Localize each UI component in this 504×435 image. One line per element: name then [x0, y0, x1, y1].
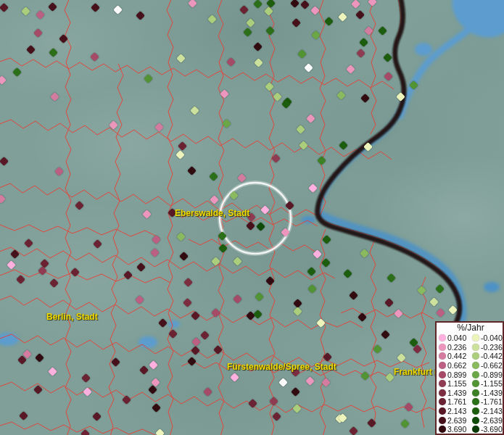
legend-row: 0.236-0.236 [439, 343, 503, 352]
legend-dot-negative [472, 352, 479, 360]
legend-value-negative: -1.155 [481, 379, 503, 388]
legend-value-negative: -1.439 [481, 389, 503, 397]
legend-dot-positive [439, 362, 446, 369]
legend-value-positive: 0.899 [447, 370, 470, 379]
legend-dot-positive [439, 398, 446, 405]
legend-value-negative: -0.442 [481, 352, 503, 360]
legend-dot-negative [472, 389, 479, 397]
city-labels-layer: Eberswalde, StadtBerlin, StadtFürstenwal… [0, 0, 504, 435]
legend-row: 2.639-2.639 [439, 415, 503, 425]
legend-row: 1.761-1.761 [439, 397, 503, 407]
legend-dot-positive [439, 389, 446, 397]
legend-title: %/Jahr [439, 323, 503, 333]
city-label-eberswalde: Eberswalde, Stadt [175, 208, 249, 218]
legend-dot-negative [472, 380, 479, 387]
legend-dot-positive [439, 407, 446, 415]
legend-value-positive: 0.040 [447, 334, 470, 342]
city-label-berlin: Berlin, Stadt [46, 312, 98, 322]
legend-dot-positive [439, 417, 446, 424]
legend-value-positive: 2.639 [447, 416, 470, 425]
legend-dot-negative [472, 398, 479, 405]
legend-value-positive: 0.236 [447, 343, 470, 352]
legend-dot-negative [472, 371, 479, 378]
legend-dot-positive [439, 334, 446, 341]
legend-value-positive: 1.761 [447, 397, 470, 406]
legend-dot-negative [472, 426, 479, 433]
legend-value-negative: -0.236 [481, 343, 503, 352]
map-viewport[interactable]: Eberswalde, StadtBerlin, StadtFürstenwal… [0, 0, 504, 435]
legend-value-positive: 1.439 [447, 389, 470, 397]
legend-value-negative: -2.639 [481, 416, 503, 425]
legend-row: 0.442-0.442 [439, 352, 503, 361]
legend-dot-positive [439, 380, 446, 387]
legend-rows: 0.040-0.0400.236-0.2360.442-0.4420.662-0… [439, 334, 503, 434]
legend-value-negative: -3.690 [481, 425, 503, 434]
legend-value-positive: 0.662 [447, 361, 470, 370]
legend-value-positive: 2.143 [447, 407, 470, 415]
legend-row: 3.690-3.690 [439, 425, 503, 434]
legend-dot-positive [439, 344, 446, 351]
legend-row: 2.143-2.143 [439, 407, 503, 416]
legend-dot-positive [439, 371, 446, 378]
legend-dot-negative [472, 344, 479, 351]
legend-value-negative: -0.040 [481, 334, 503, 342]
legend-value-positive: 3.690 [447, 425, 470, 434]
legend-panel: %/Jahr 0.040-0.0400.236-0.2360.442-0.442… [435, 321, 504, 435]
legend-row: 1.439-1.439 [439, 389, 503, 398]
legend-dot-negative [472, 417, 479, 424]
legend-dot-positive [439, 352, 446, 360]
legend-row: 1.155-1.155 [439, 379, 503, 389]
legend-row: 0.899-0.899 [439, 370, 503, 379]
legend-row: 0.040-0.040 [439, 334, 503, 343]
legend-value-negative: -0.662 [481, 361, 503, 370]
legend-value-positive: 0.442 [447, 352, 470, 360]
legend-dot-positive [439, 426, 446, 433]
legend-value-negative: -1.761 [481, 397, 503, 406]
city-label-fuerstenwalde: Fürstenwalde/Spree, Stadt [227, 362, 336, 372]
legend-dot-negative [472, 334, 479, 341]
legend-value-negative: -2.143 [481, 407, 503, 415]
legend-dot-negative [472, 362, 479, 369]
legend-row: 0.662-0.662 [439, 361, 503, 370]
legend-dot-negative [472, 407, 479, 415]
legend-value-positive: 1.155 [447, 379, 470, 388]
legend-value-negative: -0.899 [481, 370, 503, 379]
